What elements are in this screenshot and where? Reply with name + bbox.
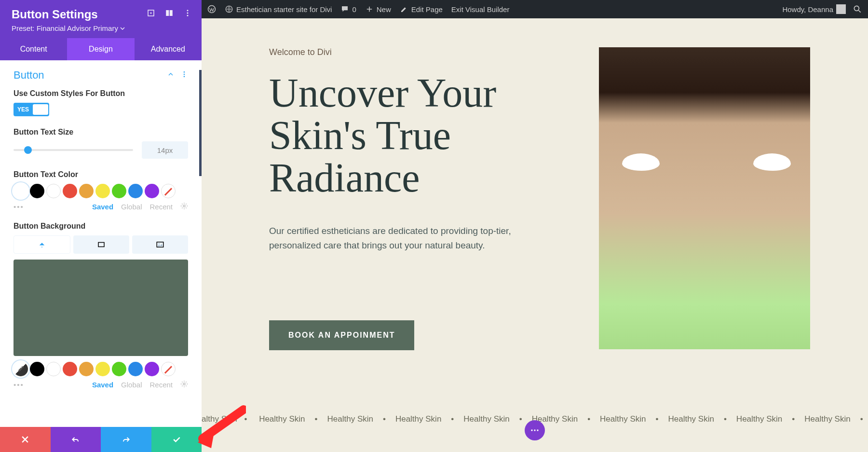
swatch-selected-white[interactable] [14,184,28,198]
text-color-label: Button Text Color [14,170,188,179]
bg-tab-color[interactable] [14,235,70,254]
more-icon[interactable] [183,9,192,19]
howdy-user[interactable]: Howdy, Deanna [782,4,846,14]
cream-swipe-right [753,153,791,171]
tab-design[interactable]: Design [67,38,134,60]
svg-point-18 [531,429,532,431]
page-preview: Welcome to Divi Uncover Your Skin's True… [202,18,868,452]
swatch-gear-icon[interactable] [180,202,188,211]
tab-advanced[interactable]: Advanced [135,38,202,60]
bg-swatch-tab-global[interactable]: Global [121,381,142,389]
bg-swatch-more-icon[interactable]: ••• [14,381,24,389]
bg-swatch-tab-saved[interactable]: Saved [92,381,113,389]
text-size-value[interactable]: 14px [142,141,188,159]
collapse-icon[interactable] [167,70,175,80]
swatch-purple[interactable] [145,184,159,198]
text-color-swatches [14,184,188,198]
sidebar-header: Button Settings Preset: Financial Adviso… [0,0,202,38]
builder-fab[interactable] [525,420,545,440]
use-custom-toggle[interactable]: YES [14,103,49,116]
svg-rect-14 [98,243,104,247]
site-name-link[interactable]: Esthetician starter site for Divi [225,5,332,14]
swatch-red[interactable] [63,184,77,198]
bg-swatch-white[interactable] [46,362,61,376]
hero-eyebrow: Welcome to Divi [269,47,570,57]
svg-point-19 [534,429,535,431]
svg-point-10 [184,71,185,73]
bg-color-preview[interactable] [14,260,188,356]
wp-logo[interactable] [207,5,216,14]
expand-icon[interactable] [147,9,155,19]
swatch-tab-saved[interactable]: Saved [92,203,113,211]
eyedropper-icon[interactable] [14,362,28,376]
svg-point-16 [159,243,160,244]
sidebar-body: Button Use Custom Styles For Button YES … [0,60,202,427]
redo-button[interactable] [101,427,151,452]
columns-icon[interactable] [165,9,174,19]
svg-point-9 [187,15,189,16]
toggle-knob [33,104,48,115]
svg-point-8 [187,13,189,14]
svg-point-11 [184,74,185,75]
svg-point-2 [854,6,859,11]
edit-page-link[interactable]: Edit Page [400,5,443,14]
admin-search-icon[interactable] [853,4,862,14]
chevron-down-icon [120,26,125,31]
text-size-slider[interactable] [14,149,133,151]
bg-swatch-orange[interactable] [79,362,94,376]
new-link[interactable]: New [365,5,391,14]
swatch-black[interactable] [30,184,44,198]
hero-title: Uncover Your Skin's True Radiance [269,72,570,200]
avatar [836,4,846,14]
bg-swatch-green[interactable] [112,362,126,376]
cancel-button[interactable] [0,427,51,452]
swatch-yellow[interactable] [95,184,110,198]
bg-swatch-tab-recent[interactable]: Recent [149,381,173,389]
sidebar-preset[interactable]: Preset: Financial Advisor Primary [12,24,190,32]
undo-button[interactable] [51,427,101,452]
svg-point-13 [183,205,185,207]
bg-swatch-yellow[interactable] [95,362,110,376]
swatch-tab-global[interactable]: Global [121,203,142,211]
svg-point-17 [183,383,185,385]
swatch-green[interactable] [112,184,126,198]
bg-swatch-none[interactable] [161,362,176,376]
annotation-arrow [193,405,246,450]
tab-content[interactable]: Content [0,38,67,60]
slider-thumb[interactable] [24,146,32,154]
settings-sidebar: Button Settings Preset: Financial Adviso… [0,0,202,452]
svg-point-4 [150,13,152,14]
wp-admin-bar: Esthetician starter site for Divi 0 New … [202,0,868,18]
bg-swatch-black[interactable] [30,362,44,376]
comments-link[interactable]: 0 [340,5,356,14]
swatch-white[interactable] [46,184,61,198]
bg-swatch-blue[interactable] [128,362,143,376]
bg-label: Button Background [14,222,188,231]
swatch-none[interactable] [161,184,176,198]
bg-swatch-purple[interactable] [145,362,159,376]
swatch-more-icon[interactable]: ••• [14,203,24,211]
bg-tab-image[interactable] [132,235,188,254]
hero-image [599,47,810,349]
section-title: Button [14,69,44,82]
svg-point-12 [184,76,185,77]
bg-swatch-gear-icon[interactable] [180,380,188,389]
text-size-label: Button Text Size [14,128,188,137]
use-custom-label: Use Custom Styles For Button [14,89,188,98]
exit-visual-builder[interactable]: Exit Visual Builder [451,5,510,14]
sidebar-actions [0,427,202,452]
bg-swatch-red[interactable] [63,362,77,376]
cream-swipe-left [622,153,660,171]
section-more-icon[interactable] [180,70,188,80]
svg-rect-6 [170,10,173,16]
sidebar-tabs: Content Design Advanced [0,38,202,60]
swatch-blue[interactable] [128,184,143,198]
svg-point-20 [537,429,538,431]
bg-color-swatches [14,362,188,376]
hero-cta-button[interactable]: BOOK AN APPOINMENT [269,320,414,350]
svg-point-0 [208,6,216,13]
swatch-orange[interactable] [79,184,94,198]
bg-tab-gradient[interactable] [73,235,129,254]
svg-rect-5 [166,10,169,16]
swatch-tab-recent[interactable]: Recent [149,203,173,211]
